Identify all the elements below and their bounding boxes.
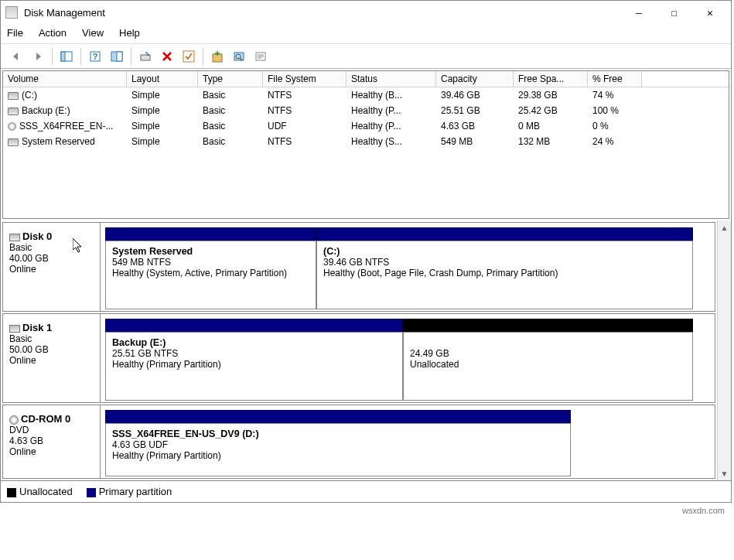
forward-button[interactable] xyxy=(29,47,47,66)
disk-management-window: Disk Management — ☐ ✕ File Action View H… xyxy=(0,0,732,503)
delete-icon[interactable] xyxy=(158,47,176,66)
volume-row[interactable]: (C:)SimpleBasicNTFSHealthy (B...39.46 GB… xyxy=(3,87,729,103)
volume-list-header[interactable]: Volume Layout Type File System Status Ca… xyxy=(3,71,729,87)
svg-text:?: ? xyxy=(93,52,98,61)
partition-strip-primary[interactable] xyxy=(316,227,693,241)
disk-label[interactable]: Disk 0Basic40.00 GBOnline xyxy=(3,223,101,311)
volume-row[interactable]: System ReservedSimpleBasicNTFSHealthy (S… xyxy=(3,134,729,149)
partition-strip-unalloc[interactable] xyxy=(403,319,693,333)
legend-unallocated-icon xyxy=(7,488,16,497)
scroll-down-icon[interactable]: ▼ xyxy=(718,466,731,480)
disk-row[interactable]: Disk 1Basic50.00 GBOnlineBackup (E:)25.5… xyxy=(2,313,715,403)
window-title: Disk Management xyxy=(24,7,621,19)
col-type[interactable]: Type xyxy=(198,71,263,87)
partition-box[interactable]: Backup (E:)25.51 GB NTFSHealthy (Primary… xyxy=(105,332,403,401)
partition-box[interactable]: SSS_X64FREE_EN-US_DV9 (D:)4.63 GB UDFHea… xyxy=(105,423,571,476)
svg-rect-1 xyxy=(61,52,65,61)
app-icon xyxy=(5,6,18,19)
partition-strip-primary[interactable] xyxy=(105,227,316,241)
volume-row[interactable]: Backup (E:)SimpleBasicNTFSHealthy (P...2… xyxy=(3,103,729,118)
partition-strip-primary[interactable] xyxy=(105,319,403,333)
partition-box[interactable]: (C:)39.46 GB NTFSHealthy (Boot, Page Fil… xyxy=(316,241,693,309)
scrollbar[interactable]: ▲ ▼ xyxy=(717,220,731,480)
legend-unallocated-label: Unallocated xyxy=(19,486,73,497)
partition-strip-primary[interactable] xyxy=(105,410,571,424)
minimize-button[interactable]: — xyxy=(621,2,657,23)
volume-icon xyxy=(8,92,19,100)
col-layout[interactable]: Layout xyxy=(127,71,198,87)
volume-list[interactable]: Volume Layout Type File System Status Ca… xyxy=(2,70,729,219)
close-button[interactable]: ✕ xyxy=(692,2,728,23)
disk-icon xyxy=(9,325,20,333)
scroll-up-icon[interactable]: ▲ xyxy=(718,220,731,234)
disk-graphical-view[interactable]: Disk 0Basic40.00 GBOnlineSystem Reserved… xyxy=(1,220,717,480)
disk-icon xyxy=(9,415,19,425)
titlebar[interactable]: Disk Management — ☐ ✕ xyxy=(1,1,731,24)
svg-rect-5 xyxy=(117,52,122,61)
col-filesystem[interactable]: File System xyxy=(263,71,347,87)
partition-box[interactable]: System Reserved549 MB NTFSHealthy (Syste… xyxy=(105,241,316,309)
disk-row[interactable]: CD-ROM 0DVD4.63 GBOnlineSSS_X64FREE_EN-U… xyxy=(2,405,715,479)
disk-label[interactable]: CD-ROM 0DVD4.63 GBOnline xyxy=(3,405,101,478)
col-status[interactable]: Status xyxy=(347,71,436,87)
refresh-icon[interactable] xyxy=(136,47,155,66)
back-button[interactable] xyxy=(7,47,26,66)
col-freespace[interactable]: Free Spa... xyxy=(514,71,588,87)
check-icon[interactable] xyxy=(179,47,198,66)
show-hide-console-tree-icon[interactable] xyxy=(57,47,76,66)
help-icon[interactable]: ? xyxy=(86,47,104,66)
volume-icon xyxy=(8,138,19,146)
menubar: File Action View Help xyxy=(1,24,731,44)
volume-icon xyxy=(8,108,19,115)
legend: Unallocated Primary partition xyxy=(1,480,731,502)
disk-label[interactable]: Disk 1Basic50.00 GBOnline xyxy=(3,314,101,402)
col-capacity[interactable]: Capacity xyxy=(436,71,514,87)
svg-rect-6 xyxy=(141,55,150,60)
properties-icon[interactable] xyxy=(251,47,270,66)
partition-box[interactable]: 24.49 GBUnallocated xyxy=(403,332,693,401)
settings-view-icon[interactable] xyxy=(108,47,126,66)
menu-help[interactable]: Help xyxy=(119,27,140,39)
volume-icon xyxy=(8,122,16,131)
disk-icon xyxy=(9,234,20,241)
menu-file[interactable]: File xyxy=(7,27,23,39)
legend-primary-icon xyxy=(87,488,96,497)
menu-action[interactable]: Action xyxy=(39,27,67,39)
disk-row[interactable]: Disk 0Basic40.00 GBOnlineSystem Reserved… xyxy=(2,222,715,312)
rescan-disks-icon[interactable] xyxy=(208,47,227,66)
menu-view[interactable]: View xyxy=(82,27,104,39)
toolbar: ? xyxy=(1,44,731,69)
legend-primary-label: Primary partition xyxy=(99,486,172,497)
attribution: wsxdn.com xyxy=(0,503,734,518)
search-icon[interactable] xyxy=(230,47,248,66)
maximize-button[interactable]: ☐ xyxy=(657,2,692,23)
volume-row[interactable]: SSS_X64FREE_EN-...SimpleBasicUDFHealthy … xyxy=(3,118,729,134)
col-volume[interactable]: Volume xyxy=(3,71,127,87)
col-pctfree[interactable]: % Free xyxy=(588,71,642,87)
